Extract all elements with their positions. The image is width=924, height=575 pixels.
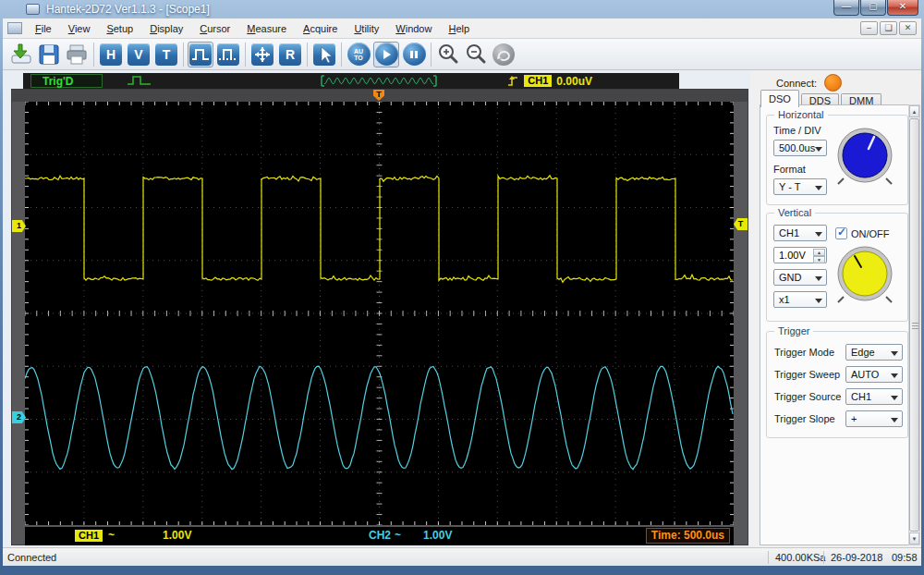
toolbar-separator bbox=[183, 43, 184, 67]
app-window: Hantek-2D72 Ver1.1.3 - [Scope1] — ▢ ✕ Fi… bbox=[0, 0, 924, 575]
waveform-preview[interactable] bbox=[321, 75, 437, 87]
horizontal-menu-button[interactable]: H bbox=[98, 42, 124, 67]
scope-status-bar: Trig'D CH1 0.00uV bbox=[23, 73, 679, 89]
chevron-down-icon bbox=[891, 418, 898, 422]
pause-icon bbox=[403, 43, 426, 66]
spin-down-icon[interactable]: ▼ bbox=[813, 256, 825, 263]
coupling-select[interactable]: GND bbox=[773, 269, 827, 286]
h-icon: H bbox=[100, 43, 122, 66]
load-reference-button[interactable] bbox=[8, 42, 34, 67]
toolbar-separator bbox=[431, 43, 432, 67]
menu-acquire[interactable]: Acquire bbox=[295, 20, 346, 37]
menu-window[interactable]: Window bbox=[387, 20, 440, 37]
menu-cursor[interactable]: Cursor bbox=[191, 20, 238, 37]
tab-dso[interactable]: DSO bbox=[760, 90, 799, 107]
toolbar-separator bbox=[245, 43, 246, 67]
menu-measure[interactable]: Measure bbox=[238, 20, 295, 37]
vertical-group: Vertical CH1 ON/OFF 1.00V ▲ ▼ bbox=[766, 213, 908, 322]
load-icon bbox=[9, 43, 33, 67]
horizontal-knob[interactable] bbox=[835, 127, 894, 186]
trigger-slope-icon bbox=[507, 75, 519, 87]
format-select[interactable]: Y - T bbox=[773, 178, 827, 195]
trigger-sweep-label: Trigger Sweep bbox=[774, 369, 840, 380]
chevron-down-icon bbox=[815, 299, 822, 303]
ch1-scale: 1.00V bbox=[163, 529, 191, 542]
chevron-down-icon bbox=[815, 232, 822, 237]
ch2-position-marker[interactable]: 2 bbox=[12, 411, 26, 423]
scroll-up-icon[interactable]: ▲ bbox=[909, 105, 919, 117]
channel-select[interactable]: CH1 bbox=[773, 225, 827, 241]
statusbar-separator bbox=[823, 551, 824, 564]
run-button[interactable] bbox=[373, 42, 399, 67]
scrollbar-thumb[interactable] bbox=[909, 118, 919, 532]
mdi-close-button[interactable]: ✕ bbox=[899, 21, 917, 35]
trigger-slope-select[interactable]: + bbox=[845, 410, 903, 427]
save-button[interactable] bbox=[36, 42, 62, 67]
minimize-button[interactable]: — bbox=[833, 0, 859, 16]
toolbar-separator bbox=[341, 43, 342, 67]
channel-onoff-checkbox[interactable] bbox=[835, 227, 847, 239]
measure-xy-button[interactable] bbox=[249, 42, 275, 67]
statusbar-separator bbox=[768, 551, 769, 564]
menu-view[interactable]: View bbox=[60, 20, 99, 37]
menu-help[interactable]: Help bbox=[440, 20, 478, 37]
auto-icon: AUTO bbox=[347, 43, 371, 66]
connection-status: Connected bbox=[7, 552, 56, 563]
status-bar: Connected 400.00KSa 26-09-2018 09:58 bbox=[3, 547, 921, 566]
probe-select[interactable]: x1 bbox=[773, 291, 827, 308]
mdi-minimize-button[interactable]: – bbox=[860, 21, 878, 35]
refresh-r-button[interactable]: R bbox=[277, 42, 303, 67]
close-button[interactable]: ✕ bbox=[887, 0, 918, 16]
trigger-mode-select[interactable]: Edge bbox=[845, 344, 903, 361]
stop-button[interactable] bbox=[401, 42, 427, 67]
trigger-source-select[interactable]: CH1 bbox=[845, 388, 903, 405]
vertical-menu-button[interactable]: V bbox=[126, 42, 152, 67]
self-calibration-button[interactable] bbox=[491, 42, 517, 67]
trigger-level-marker[interactable]: T bbox=[734, 218, 748, 230]
chevron-down-icon bbox=[891, 373, 898, 378]
mdi-restore-button[interactable]: ❑ bbox=[880, 21, 897, 35]
zoom-in-button[interactable] bbox=[435, 42, 461, 67]
print-button[interactable] bbox=[64, 42, 90, 67]
chevron-down-icon bbox=[815, 186, 822, 190]
trigger-source-label: Trigger Source bbox=[774, 391, 841, 402]
vertical-knob[interactable] bbox=[835, 245, 894, 304]
trigger-position-marker[interactable]: T bbox=[373, 90, 384, 101]
scope-widget: T 1 2 T CH1 ~ 1.00V CH2 ~ 1.00V Time: 50… bbox=[11, 89, 748, 545]
trigger-sweep-select[interactable]: AUTO bbox=[845, 366, 903, 383]
waveform-mode-button[interactable] bbox=[188, 42, 213, 67]
menu-setup[interactable]: Setup bbox=[98, 20, 141, 37]
mdi-child-icon[interactable] bbox=[7, 22, 22, 34]
chevron-down-icon bbox=[891, 351, 898, 356]
r-icon: R bbox=[279, 43, 301, 66]
menu-file[interactable]: File bbox=[27, 20, 60, 37]
menu-display[interactable]: Display bbox=[141, 20, 191, 37]
spin-up-icon[interactable]: ▲ bbox=[813, 249, 825, 256]
trigger-level-value: 0.00uV bbox=[556, 75, 592, 88]
volts-div-spinner[interactable]: 1.00V ▲ ▼ bbox=[773, 247, 827, 263]
menu-utility[interactable]: Utility bbox=[346, 20, 387, 37]
toolbar: H V T R AUTO bbox=[3, 39, 921, 70]
ch1-coupling: ~ bbox=[108, 529, 115, 542]
cursor-arrow-icon bbox=[313, 43, 335, 66]
zoom-out-button[interactable] bbox=[463, 42, 489, 67]
trigger-group: Trigger Trigger Mode Edge Trigger Sweep … bbox=[766, 331, 908, 438]
waveform-persist-button[interactable] bbox=[215, 42, 241, 67]
ch2-badge: CH2 bbox=[369, 529, 391, 542]
trigger-menu-button[interactable]: T bbox=[153, 42, 179, 67]
maximize-button[interactable]: ▢ bbox=[860, 0, 886, 16]
print-icon bbox=[65, 43, 89, 67]
trigger-position-track[interactable]: T bbox=[12, 90, 748, 102]
ch1-position-marker[interactable]: 1 bbox=[12, 220, 26, 232]
timebase-readout: Time: 500.0us bbox=[646, 528, 730, 544]
ch2-readout: CH2 ~ 1.00V bbox=[369, 529, 452, 542]
autoset-button[interactable]: AUTO bbox=[346, 42, 371, 67]
panel-scrollbar[interactable]: ▲ ▼ bbox=[908, 104, 920, 545]
scope-display[interactable] bbox=[25, 102, 734, 525]
scroll-down-icon[interactable]: ▼ bbox=[909, 532, 919, 544]
pointer-tool-button[interactable] bbox=[311, 42, 337, 67]
time-div-select[interactable]: 500.0us bbox=[773, 140, 827, 156]
square-wave-dotted-icon bbox=[217, 43, 239, 66]
dso-tab-page: Horizontal Time / DIV 500.0us Format Y -… bbox=[760, 104, 915, 545]
ch1-readout: CH1 ~ 1.00V bbox=[75, 529, 191, 542]
